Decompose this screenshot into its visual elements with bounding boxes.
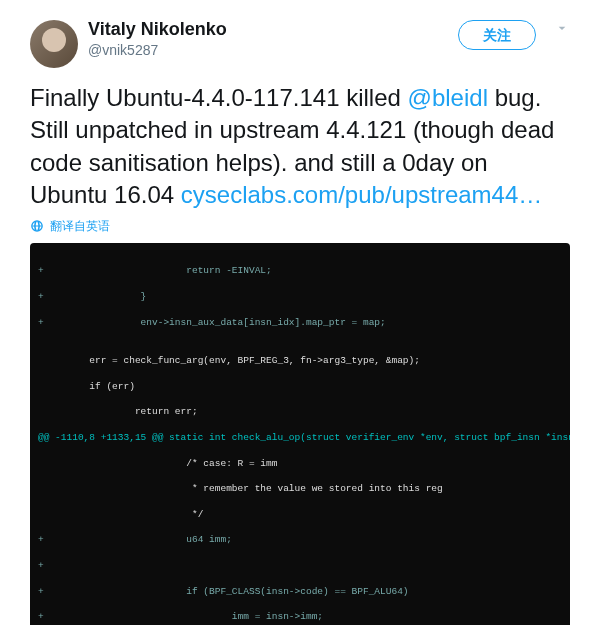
embedded-image[interactable]: + return -EINVAL; + } + env->insn_aux_da… [30, 243, 570, 625]
user-names[interactable]: Vitaly Nikolenko @vnik5287 [88, 20, 458, 58]
tweet-text-part: Finally Ubuntu-4.4.0-117.141 killed [30, 84, 408, 111]
translate-button[interactable]: 翻译自英语 [30, 218, 570, 235]
globe-icon [30, 219, 44, 233]
follow-button[interactable]: 关注 [458, 20, 536, 50]
translate-label: 翻译自英语 [50, 218, 110, 235]
tweet-text: Finally Ubuntu-4.4.0-117.141 killed @ble… [30, 82, 570, 212]
mention-link[interactable]: @bleidl [408, 84, 488, 111]
tweet-header: Vitaly Nikolenko @vnik5287 关注 [30, 20, 570, 68]
external-link[interactable]: cyseclabs.com/pub/upstream44… [181, 181, 543, 208]
user-handle: @vnik5287 [88, 42, 458, 58]
caret-down-icon[interactable] [554, 20, 570, 36]
avatar[interactable] [30, 20, 78, 68]
tweet-container: Vitaly Nikolenko @vnik5287 关注 Finally Ub… [0, 0, 600, 625]
display-name: Vitaly Nikolenko [88, 20, 458, 40]
